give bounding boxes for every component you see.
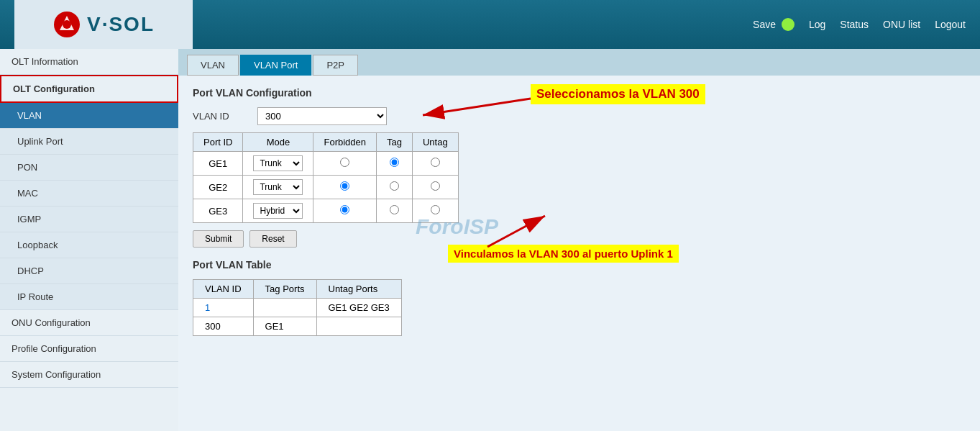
reset-button[interactable]: Reset	[249, 230, 296, 248]
tab-vlan[interactable]: VLAN	[187, 55, 239, 76]
save-label: Save	[753, 19, 776, 30]
vlan-col-tag: Tag Ports	[253, 280, 316, 299]
tag-ports-300: GE1	[253, 317, 316, 336]
tab-bar: VLAN VLAN Port P2P	[178, 49, 980, 76]
sidebar-item-label: Loopback	[17, 240, 58, 250]
col-port-id: Port ID	[193, 133, 243, 152]
log-link[interactable]: Log	[809, 19, 825, 30]
mode-ge2: Trunk Access Hybrid	[243, 176, 313, 199]
port-id-ge2: GE2	[193, 176, 243, 199]
sidebar-item-vlan[interactable]: VLAN	[0, 103, 178, 129]
forbidden-radio-ge2[interactable]	[340, 181, 349, 191]
main-layout: OLT Information OLT Configuration VLAN U…	[0, 49, 980, 431]
sidebar-item-system-config[interactable]: System Configuration	[0, 362, 178, 388]
tab-vlan-port[interactable]: VLAN Port	[240, 55, 311, 76]
tab-p2p[interactable]: P2P	[313, 55, 358, 76]
sidebar-item-onu-config[interactable]: ONU Configuration	[0, 310, 178, 336]
sidebar-item-label: IP Route	[17, 291, 53, 302]
sidebar-item-label: Uplink Port	[17, 136, 63, 147]
sidebar-item-label: PON	[17, 162, 37, 173]
vlan-col-id: VLAN ID	[193, 280, 254, 299]
vlan-col-untag: Untag Ports	[316, 280, 401, 299]
sidebar-item-label: IGMP	[17, 214, 41, 224]
sidebar-item-igmp[interactable]: IGMP	[0, 207, 178, 232]
mode-select-ge2[interactable]: Trunk Access Hybrid	[253, 179, 303, 195]
tag-radio-ge2[interactable]	[390, 181, 399, 191]
sidebar-item-label: OLT Information	[12, 56, 78, 67]
vsol-logo-icon	[52, 10, 81, 39]
mode-select-ge1[interactable]: Trunk Access Hybrid	[253, 155, 303, 171]
forbidden-ge1	[313, 152, 377, 176]
untag-radio-ge1[interactable]	[431, 158, 440, 167]
port-id-ge3: GE3	[193, 199, 243, 223]
sidebar-item-profile-config[interactable]: Profile Configuration	[0, 336, 178, 362]
port-vlan-table-title: Port VLAN Table	[193, 259, 966, 271]
sidebar-item-label: OLT Configuration	[13, 83, 95, 94]
status-dot-icon	[782, 18, 794, 31]
table-row: GE1 Trunk Access Hybrid	[193, 152, 459, 176]
tag-ge3	[377, 199, 413, 223]
sidebar-item-loopback[interactable]: Loopback	[0, 232, 178, 258]
sidebar-item-ip-route[interactable]: IP Route	[0, 284, 178, 310]
col-forbidden: Forbidden	[313, 133, 377, 152]
untag-radio-ge2[interactable]	[431, 181, 440, 191]
logo-area: V·SOL	[14, 0, 193, 49]
header: V·SOL Save Log Status ONU list Logout	[0, 0, 980, 49]
button-row: Submit Reset	[193, 230, 966, 248]
status-link[interactable]: Status	[840, 19, 869, 30]
sidebar-item-pon[interactable]: PON	[0, 155, 178, 181]
vlan-id-cell-1[interactable]: 1	[193, 299, 254, 317]
tag-radio-ge3[interactable]	[390, 205, 399, 214]
table-row: 1 GE1 GE2 GE3	[193, 299, 402, 317]
tag-ge2	[377, 176, 413, 199]
forbidden-radio-ge3[interactable]	[340, 205, 349, 214]
untag-ge2	[412, 176, 458, 199]
col-untag: Untag	[412, 133, 458, 152]
vlan-id-row: VLAN ID 300 1	[193, 107, 966, 125]
mode-ge1: Trunk Access Hybrid	[243, 152, 313, 176]
content-area: VLAN VLAN Port P2P Port VLAN Configurati…	[178, 49, 980, 431]
col-mode: Mode	[243, 133, 313, 152]
table-row: 300 GE1	[193, 317, 402, 336]
col-tag: Tag	[377, 133, 413, 152]
save-button[interactable]: Save	[753, 18, 794, 31]
tag-ports-1	[253, 299, 316, 317]
sidebar-item-label: MAC	[17, 188, 38, 199]
untag-ge3	[412, 199, 458, 223]
port-config-table: Port ID Mode Forbidden Tag Untag GE1 Tru…	[193, 132, 459, 223]
forbidden-ge2	[313, 176, 377, 199]
content-body: Port VLAN Configuration VLAN ID 300 1 Po…	[178, 76, 980, 348]
sidebar-item-uplink-port[interactable]: Uplink Port	[0, 129, 178, 155]
mode-select-ge3[interactable]: Trunk Access Hybrid	[253, 203, 303, 219]
untag-ports-1: GE1 GE2 GE3	[316, 299, 401, 317]
vlan-id-label: VLAN ID	[193, 111, 250, 122]
logo-text: V·SOL	[87, 13, 155, 36]
untag-ge1	[412, 152, 458, 176]
vlan-id-cell-300: 300	[193, 317, 254, 336]
untag-ports-300	[316, 317, 401, 336]
vlan-id-select[interactable]: 300 1	[257, 107, 387, 125]
sidebar: OLT Information OLT Configuration VLAN U…	[0, 49, 178, 431]
sidebar-item-label: Profile Configuration	[12, 343, 96, 354]
sidebar-item-olt-info[interactable]: OLT Information	[0, 49, 178, 75]
tag-ge1	[377, 152, 413, 176]
sidebar-item-label: System Configuration	[12, 369, 101, 380]
tag-radio-ge1[interactable]	[390, 158, 399, 167]
submit-button[interactable]: Submit	[193, 230, 244, 248]
forbidden-radio-ge1[interactable]	[340, 158, 349, 167]
sidebar-item-label: DHCP	[17, 266, 44, 276]
untag-radio-ge3[interactable]	[431, 205, 440, 214]
port-id-ge1: GE1	[193, 152, 243, 176]
vlan-summary-table: VLAN ID Tag Ports Untag Ports 1 GE1 GE2 …	[193, 279, 402, 336]
sidebar-item-olt-config[interactable]: OLT Configuration	[0, 75, 178, 103]
header-right: Save Log Status ONU list Logout	[753, 18, 966, 31]
logout-link[interactable]: Logout	[935, 19, 966, 30]
forbidden-ge3	[313, 199, 377, 223]
sidebar-item-label: VLAN	[17, 110, 42, 121]
svg-point-2	[63, 20, 71, 29]
sidebar-item-mac[interactable]: MAC	[0, 181, 178, 207]
table-row: GE3 Trunk Access Hybrid	[193, 199, 459, 223]
table-row: GE2 Trunk Access Hybrid	[193, 176, 459, 199]
sidebar-item-dhcp[interactable]: DHCP	[0, 258, 178, 284]
onu-list-link[interactable]: ONU list	[883, 19, 920, 30]
